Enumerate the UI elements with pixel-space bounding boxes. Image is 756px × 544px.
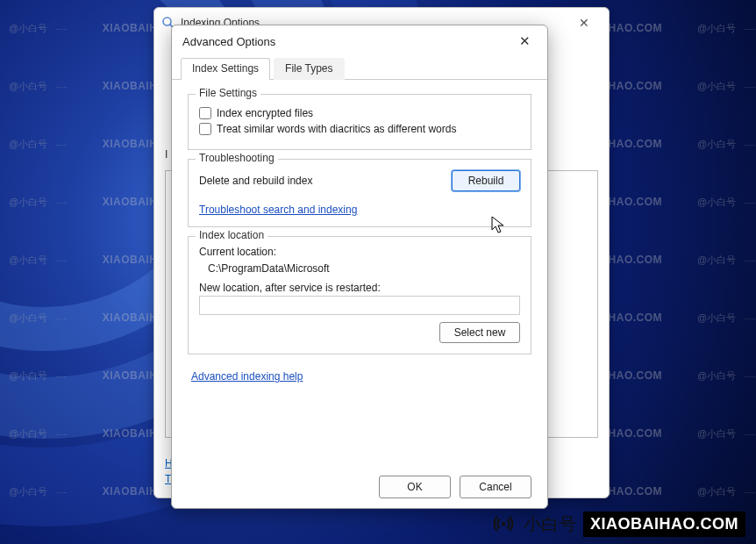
index-location-group: Index location Current location: C:\Prog… [188,236,531,354]
new-location-label: New location, after service is restarted… [199,282,520,294]
advanced-options-titlebar: Advanced Options ✕ [172,25,547,57]
dialog-title: Advanced Options [182,35,275,48]
checkbox-label[interactable]: Index encrypted files [217,107,313,119]
close-icon: ✕ [519,33,531,49]
cancel-button[interactable]: Cancel [460,476,531,498]
troubleshooting-group: Troubleshooting Delete and rebuild index… [188,159,531,227]
brand-badge: 小白号 XIAOBAIHAO.COM [490,511,745,537]
rebuild-button[interactable]: Rebuild [452,170,520,191]
current-location-label: Current location: [199,246,520,258]
brand-en-badge: XIAOBAIHAO.COM [583,512,745,537]
advanced-indexing-help-link[interactable]: Advanced indexing help [191,370,303,383]
broadcast-icon [490,511,517,537]
close-button[interactable]: ✕ [512,29,537,54]
indexing-options-section-label: I [165,148,168,161]
tab-strip: Index Settings File Types [172,57,547,80]
diacritics-checkbox[interactable] [199,123,211,135]
group-legend: Troubleshooting [196,152,278,164]
file-settings-group: File Settings Index encrypted files Trea… [188,94,531,150]
group-legend: Index location [196,229,267,241]
tab-file-types[interactable]: File Types [274,58,344,80]
tab-index-settings[interactable]: Index Settings [181,58,270,80]
delete-rebuild-label: Delete and rebuild index [199,175,312,187]
tab-label: Index Settings [192,62,259,75]
checkbox-label[interactable]: Treat similar words with diacritics as d… [217,123,456,135]
group-legend: File Settings [196,87,260,99]
index-encrypted-files-checkbox[interactable] [199,107,211,119]
select-new-button[interactable]: Select new [439,322,520,343]
close-button[interactable]: ✕ [567,16,602,30]
new-location-field [199,296,520,315]
ok-button[interactable]: OK [379,476,451,498]
new-location-value [200,297,519,300]
advanced-options-dialog: Advanced Options ✕ Index Settings File T… [171,25,548,509]
troubleshoot-search-link[interactable]: Troubleshoot search and indexing [199,204,357,216]
brand-cn-text: 小白号 [524,512,576,536]
dialog-footer: OK Cancel [172,466,547,508]
current-location-path: C:\ProgramData\Microsoft [199,261,520,276]
tab-label: File Types [285,62,332,75]
svg-point-2 [502,522,506,526]
